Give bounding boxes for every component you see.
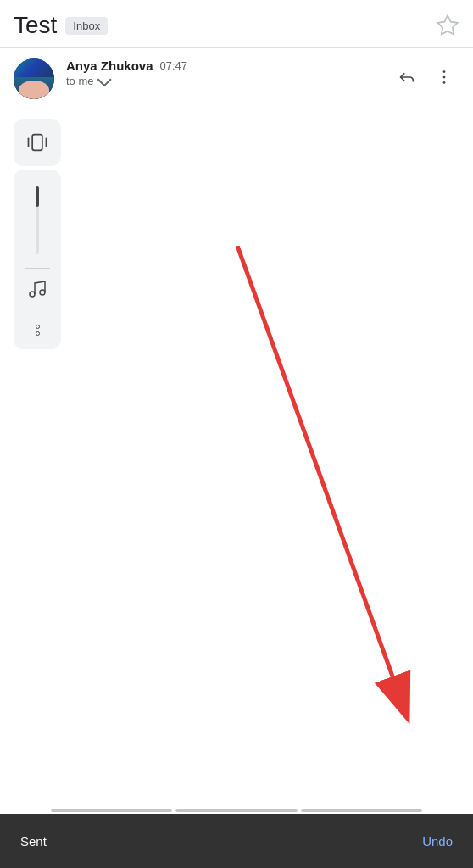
svg-point-8 [40, 290, 45, 295]
email-time: 07:47 [160, 59, 188, 72]
svg-point-7 [30, 292, 35, 297]
email-info: Anya Zhukova 07:47 to me [66, 58, 380, 87]
header-left: Test Inbox [14, 12, 108, 39]
email-meta: Anya Zhukova 07:47 [66, 58, 380, 73]
email-row: Anya Zhukova 07:47 to me [0, 48, 473, 109]
nav-line-1 [51, 809, 172, 812]
slider-thumb [36, 186, 39, 207]
slider-panel [14, 170, 61, 349]
avatar [14, 58, 54, 99]
nav-line-2 [175, 809, 297, 812]
star-icon[interactable] [436, 14, 459, 37]
vibrate-button[interactable] [14, 119, 61, 166]
dot-2 [36, 331, 40, 336]
chevron-down-icon [97, 72, 111, 86]
svg-point-2 [443, 76, 446, 79]
slider-track[interactable] [36, 186, 39, 254]
side-toolbar [14, 119, 61, 349]
snackbar: Sent Undo [0, 814, 473, 868]
email-recipient[interactable]: to me [66, 75, 380, 87]
undo-button[interactable]: Undo [422, 834, 453, 849]
panel-divider [25, 268, 50, 269]
svg-line-10 [237, 246, 407, 716]
reply-button[interactable] [392, 62, 422, 92]
svg-rect-4 [32, 135, 42, 151]
bottom-nav [0, 807, 473, 814]
panel-divider-2 [25, 314, 50, 314]
svg-point-3 [443, 81, 446, 84]
inbox-badge[interactable]: Inbox [65, 17, 108, 35]
snackbar-sent-label: Sent [20, 834, 47, 849]
dot-1 [36, 325, 40, 329]
svg-point-1 [443, 70, 446, 73]
email-header: Test Inbox [0, 0, 473, 48]
more-options-button[interactable] [429, 62, 459, 92]
page-title: Test [14, 12, 57, 39]
nav-line-3 [301, 809, 422, 812]
annotation-arrow [229, 246, 424, 737]
more-dots-button[interactable] [36, 325, 40, 336]
music-icon[interactable] [27, 279, 47, 303]
sender-name: Anya Zhukova [66, 58, 153, 73]
email-actions [392, 62, 459, 92]
svg-marker-0 [437, 15, 457, 34]
